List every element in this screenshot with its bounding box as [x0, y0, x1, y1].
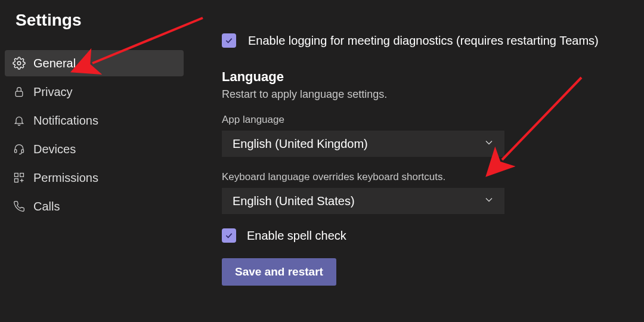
keyboard-language-label: Keyboard language overrides keyboard sho… — [222, 171, 633, 183]
language-subtext: Restart to apply language settings. — [222, 88, 633, 101]
app-language-value: English (United Kingdom) — [233, 137, 368, 151]
sidebar-item-label: Permissions — [33, 171, 98, 185]
sidebar-item-notifications[interactable]: Notifications — [5, 107, 184, 134]
phone-icon — [12, 199, 26, 213]
sidebar-item-label: Notifications — [33, 114, 98, 128]
logging-checkbox[interactable] — [222, 33, 236, 48]
svg-rect-1 — [16, 91, 23, 96]
svg-rect-5 — [20, 174, 24, 177]
sidebar-item-label: Calls — [33, 200, 60, 213]
sidebar-item-general[interactable]: General — [5, 50, 184, 76]
spellcheck-label: Enable spell check — [247, 229, 346, 243]
logging-setting: Enable logging for meeting diagnostics (… — [222, 33, 633, 48]
settings-title: Settings — [16, 11, 81, 30]
sidebar-item-permissions[interactable]: Permissions — [5, 165, 184, 191]
svg-rect-2 — [15, 150, 17, 153]
grid-icon — [12, 171, 26, 185]
svg-rect-4 — [15, 174, 18, 177]
app-language-dropdown[interactable]: English (United Kingdom) — [222, 131, 504, 157]
sidebar-item-devices[interactable]: Devices — [5, 136, 184, 162]
language-heading: Language — [222, 69, 633, 85]
headset-icon — [12, 142, 26, 156]
app-language-label: App language — [222, 114, 633, 126]
svg-point-0 — [17, 61, 21, 65]
chevron-down-icon — [483, 194, 495, 209]
bell-icon — [12, 113, 26, 128]
keyboard-language-dropdown[interactable]: English (United States) — [222, 188, 504, 214]
keyboard-language-value: English (United States) — [233, 194, 355, 208]
settings-content: Enable logging for meeting diagnostics (… — [222, 33, 633, 286]
sidebar-item-privacy[interactable]: Privacy — [5, 79, 184, 105]
sidebar-item-label: Devices — [33, 143, 76, 156]
settings-sidebar: General Privacy Notifications Devices Pe… — [5, 50, 184, 222]
chevron-down-icon — [483, 137, 495, 151]
spellcheck-checkbox[interactable] — [222, 228, 236, 243]
save-restart-button[interactable]: Save and restart — [222, 258, 336, 286]
logging-label: Enable logging for meeting diagnostics (… — [248, 34, 599, 48]
lock-icon — [12, 85, 26, 99]
spellcheck-setting: Enable spell check — [222, 228, 633, 243]
sidebar-item-calls[interactable]: Calls — [5, 193, 184, 219]
svg-rect-6 — [15, 179, 18, 182]
svg-rect-3 — [21, 150, 23, 153]
sidebar-item-label: Privacy — [33, 85, 73, 99]
gear-icon — [12, 56, 26, 70]
sidebar-item-label: General — [33, 57, 76, 70]
